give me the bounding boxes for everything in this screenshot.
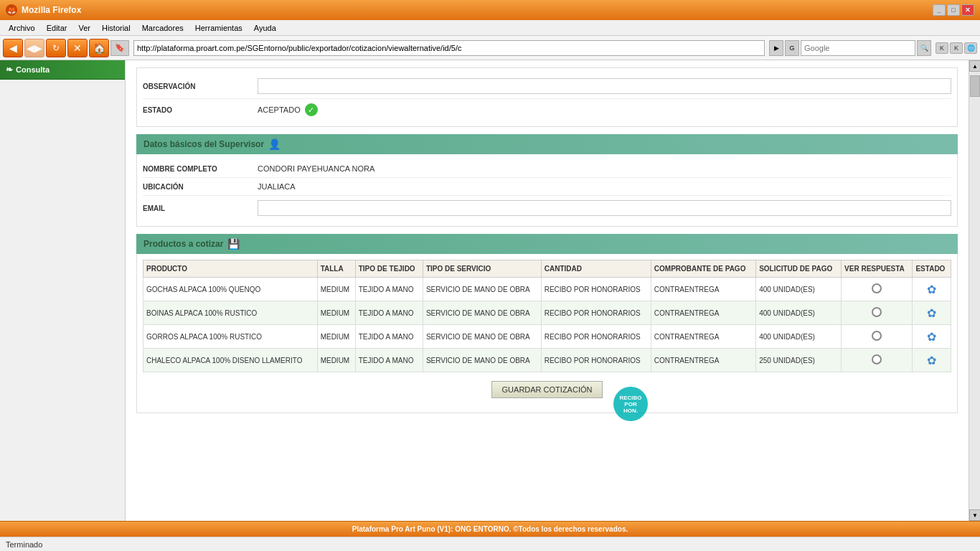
supervisor-content: NOMBRE COMPLETO CONDORI PAYEHUANCA NORA …: [136, 154, 958, 227]
ubicacion-label: UBICACIÓN: [143, 183, 258, 191]
email-label: EMAIL: [143, 204, 258, 212]
cell-radio-2[interactable]: [842, 325, 913, 349]
estado-label: ESTADO: [143, 106, 258, 114]
products-title: Productos a cotizar: [143, 239, 223, 249]
col-cantidad: CANTIDAD: [541, 260, 651, 278]
cell-servicio-0: SERVICIO DE MANO DE OBRA: [423, 278, 541, 301]
cell-comprobante-0: CONTRAENTREGA: [651, 278, 755, 301]
flower-icon-2: ✿: [925, 329, 939, 344]
save-row: GUARDAR COTIZACIÓN: [143, 372, 951, 407]
cell-servicio-2: SERVICIO DE MANO DE OBRA: [423, 325, 541, 349]
cell-cantidad-2: RECIBO POR HONORARIOS: [541, 325, 651, 349]
flower-icon-1: ✿: [925, 306, 939, 320]
cell-cantidad-1: RECIBO POR HONORARIOS: [541, 301, 651, 325]
nombre-label: NOMBRE COMPLETO: [143, 165, 258, 173]
browser-content: ❧ Consulta RECIBOPORHON. OBSERVACIÓN EST…: [0, 60, 980, 521]
estado-value: ACEPTADO ✓: [258, 103, 951, 116]
title-bar: 🦊 Mozilla Firefox _ □ ✕: [0, 0, 980, 20]
scroll-thumb[interactable]: [970, 75, 980, 97]
main-content: RECIBOPORHON. OBSERVACIÓN ESTADO ACEPTAD…: [126, 60, 969, 521]
footer-text: Plataforma Pro Art Puno (V1): ONG ENTORN…: [352, 525, 628, 533]
ubicacion-row: UBICACIÓN JUALIACA: [143, 178, 951, 196]
radio-button-3[interactable]: [872, 354, 882, 364]
browser-status-bar: Terminado: [0, 537, 980, 551]
email-value: [258, 200, 951, 216]
browser-window: 🦊 Mozilla Firefox _ □ ✕ Archivo Editar V…: [0, 0, 980, 551]
table-body: GOCHAS ALPACA 100% QUENQO MEDIUM TEJIDO …: [143, 278, 951, 372]
cell-cantidad-3: RECIBO POR HONORARIOS: [541, 349, 651, 372]
window-controls: _ □ ✕: [933, 4, 974, 16]
cell-radio-1[interactable]: [842, 301, 913, 325]
extra-btn-3[interactable]: 🌐: [964, 42, 977, 54]
forward-button[interactable]: ◀▶: [24, 39, 44, 57]
observacion-label: OBSERVACIÓN: [143, 83, 258, 90]
cell-tejido-1: TEJIDO A MANO: [355, 301, 423, 325]
close-button[interactable]: ✕: [961, 4, 974, 16]
search-button[interactable]: 🔍: [917, 40, 931, 56]
cell-radio-3[interactable]: [842, 349, 913, 372]
menu-archivo[interactable]: Archivo: [3, 22, 41, 34]
table-row: GOCHAS ALPACA 100% QUENQO MEDIUM TEJIDO …: [143, 278, 951, 301]
home-button[interactable]: 🏠: [89, 39, 109, 57]
supervisor-person-icon: 👤: [268, 138, 281, 150]
footer-bar: Plataforma Pro Art Puno (V1): ONG ENTORN…: [0, 521, 980, 537]
back-button[interactable]: ◀: [3, 39, 23, 57]
cell-solicitud-2: 400 UNIDAD(ES): [756, 325, 842, 349]
flower-icon-0: ✿: [925, 282, 939, 296]
cell-estado-1: ✿: [913, 301, 951, 325]
radio-button-0[interactable]: [872, 283, 882, 293]
menu-herramientas[interactable]: Herramientas: [189, 22, 248, 34]
minimize-button[interactable]: _: [933, 4, 946, 16]
menu-editar[interactable]: Editar: [41, 22, 73, 34]
estado-text: ACEPTADO: [258, 105, 301, 114]
nombre-row: NOMBRE COMPLETO CONDORI PAYEHUANCA NORA: [143, 160, 951, 178]
cell-radio-0[interactable]: [842, 278, 913, 301]
url-bar[interactable]: [133, 40, 765, 56]
col-tipo-tejido: TIPO DE TEJIDO: [355, 260, 423, 278]
col-estado: ESTADO: [913, 260, 951, 278]
ubicacion-value: JUALIACA: [258, 182, 951, 191]
sidebar-consulta-label: Consulta: [16, 65, 50, 74]
menu-bar: Archivo Editar Ver Historial Marcadores …: [0, 20, 980, 36]
firefox-icon: 🦊: [6, 4, 17, 16]
menu-marcadores[interactable]: Marcadores: [136, 22, 189, 34]
scrollbar[interactable]: ▲ ▼: [969, 60, 980, 521]
search-input[interactable]: [801, 40, 915, 56]
check-icon: ✓: [305, 103, 318, 116]
flower-icon-3: ✿: [925, 353, 939, 367]
products-icon: 💾: [227, 238, 240, 250]
save-cotizacion-button[interactable]: GUARDAR COTIZACIÓN: [491, 381, 603, 398]
cell-solicitud-3: 250 UNIDAD(ES): [756, 349, 842, 372]
toolbar: ◀ ◀▶ ↻ ✕ 🏠 🔖 ▶ G 🔍 K K 🌐: [0, 36, 980, 60]
scroll-down-button[interactable]: ▼: [969, 509, 980, 521]
cell-servicio-1: SERVICIO DE MANO DE OBRA: [423, 301, 541, 325]
menu-ayuda[interactable]: Ayuda: [248, 22, 282, 34]
menu-ver[interactable]: Ver: [72, 22, 96, 34]
cell-estado-3: ✿: [913, 349, 951, 372]
extra-btn-1[interactable]: K: [936, 42, 948, 54]
stop-button[interactable]: ✕: [67, 39, 88, 57]
maximize-button[interactable]: □: [947, 4, 960, 16]
table-row: CHALECO ALPACA 100% DISENO LLAMERITO MED…: [143, 349, 951, 372]
radio-button-2[interactable]: [872, 331, 882, 341]
cell-producto-0: GOCHAS ALPACA 100% QUENQO: [143, 278, 318, 301]
scroll-up-button[interactable]: ▲: [969, 60, 980, 72]
url-go-button[interactable]: ▶: [769, 40, 783, 56]
observacion-value: [258, 78, 951, 94]
observacion-section: OBSERVACIÓN ESTADO ACEPTADO ✓: [136, 67, 958, 127]
products-content: PRODUCTO TALLA TIPO DE TEJIDO TIPO DE SE…: [136, 254, 958, 413]
table-row: BOINAS ALPACA 100% RUSTICO MEDIUM TEJIDO…: [143, 301, 951, 325]
scroll-track[interactable]: [969, 72, 980, 509]
sidebar: ❧ Consulta: [0, 60, 126, 521]
sidebar-item-consulta[interactable]: ❧ Consulta: [0, 60, 125, 80]
col-talla: TALLA: [317, 260, 355, 278]
extra-btn-2[interactable]: K: [950, 42, 963, 54]
col-producto: PRODUCTO: [143, 260, 318, 278]
status-badge: ACEPTADO ✓: [258, 103, 951, 116]
search-engine-icon: G: [785, 40, 799, 56]
browser-status-text: Terminado: [6, 540, 42, 549]
cell-tejido-3: TEJIDO A MANO: [355, 349, 423, 372]
refresh-button[interactable]: ↻: [46, 39, 66, 57]
radio-button-1[interactable]: [872, 307, 882, 317]
menu-historial[interactable]: Historial: [96, 22, 136, 34]
